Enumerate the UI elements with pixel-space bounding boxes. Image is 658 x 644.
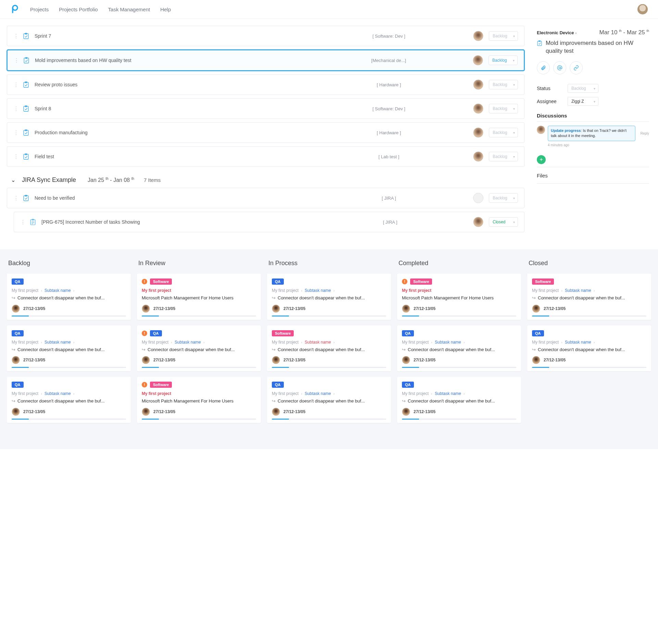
kanban-card[interactable]: SoftwareMy first project › Subtask name … xyxy=(527,274,651,320)
link-button[interactable] xyxy=(570,61,583,74)
task-row[interactable]: ⋮Sprint 8[ Software: Dev ]Backlog▾ xyxy=(7,98,524,119)
task-check-icon xyxy=(537,39,542,47)
card-date-range: 27/12-13/05 xyxy=(23,409,45,414)
nav-task-management[interactable]: Task Management xyxy=(108,7,150,12)
assignee-avatar[interactable] xyxy=(473,55,483,65)
assignee-avatar[interactable] xyxy=(473,217,483,227)
assignee-select[interactable]: Ziggi Z▾ xyxy=(568,97,598,106)
card-assignee-avatar xyxy=(12,305,20,313)
assignee-avatar[interactable] xyxy=(473,103,483,114)
status-select[interactable]: Backlog▾ xyxy=(489,193,518,203)
svg-rect-7 xyxy=(24,196,28,201)
assignee-avatar[interactable] xyxy=(473,31,483,41)
nav-help[interactable]: Help xyxy=(160,7,171,12)
status-select[interactable]: Backlog▾ xyxy=(489,55,518,65)
card-tag: Software xyxy=(532,278,554,285)
task-row[interactable]: ⋮Need to be verified[ JIRA ]Backlog▾ xyxy=(7,188,524,208)
card-title: ↪Connector doesn't disappear when the bu… xyxy=(142,347,256,353)
reply-button[interactable]: Reply xyxy=(640,132,649,135)
chevron-down-icon: ▾ xyxy=(513,155,515,159)
status-select[interactable]: Closed▾ xyxy=(489,217,518,227)
card-progress-bar xyxy=(272,315,386,317)
status-select[interactable]: Backlog▾ xyxy=(489,80,518,89)
breadcrumb[interactable]: Electronic Device› xyxy=(537,30,577,35)
kanban-card[interactable]: !SoftwareMy first projectMicrosoft Patch… xyxy=(137,377,261,423)
kanban-card[interactable]: QAMy first project › Subtask name ›↪Conn… xyxy=(7,325,131,372)
kanban-card[interactable]: QAMy first project › Subtask name ›↪Conn… xyxy=(7,377,131,423)
add-comment-button[interactable]: + xyxy=(537,155,546,164)
subtask-arrow-icon: ↪ xyxy=(12,295,15,301)
attachment-button[interactable] xyxy=(537,61,550,74)
card-breadcrumb: My first project › Subtask name › xyxy=(402,340,516,345)
kanban-card[interactable]: !QAMy first project › Subtask name ›↪Con… xyxy=(137,325,261,372)
card-date-range: 27/12-13/05 xyxy=(153,409,175,414)
chevron-right-icon: › xyxy=(333,340,334,344)
drag-handle-icon[interactable]: ⋮ xyxy=(14,57,18,64)
drag-handle-icon[interactable]: ⋮ xyxy=(13,33,17,39)
status-select[interactable]: Backlog▾ xyxy=(489,128,518,137)
assignee-avatar[interactable] xyxy=(473,79,483,90)
kanban-card[interactable]: !SoftwareMy first projectMicrosoft Patch… xyxy=(137,274,261,320)
status-select[interactable]: Backlog▾ xyxy=(568,84,598,93)
task-row[interactable]: ⋮Mold improvements based on HW quality t… xyxy=(7,50,524,71)
task-row[interactable]: ⋮Production manufactuing[ Hardware ]Back… xyxy=(7,122,524,143)
kanban-card[interactable]: QAMy first project › Subtask name ›↪Conn… xyxy=(267,274,391,320)
drag-handle-icon[interactable]: ⋮ xyxy=(13,129,17,136)
assignee-avatar[interactable] xyxy=(473,151,483,162)
drag-handle-icon[interactable]: ⋮ xyxy=(13,153,17,160)
task-row[interactable]: ⋮[PRG-675] Incorrect Number of tasks Sho… xyxy=(14,212,524,232)
status-select[interactable]: Backlog▾ xyxy=(489,152,518,161)
kanban-card[interactable]: QAMy first project › Subtask name ›↪Conn… xyxy=(267,377,391,423)
card-assignee-avatar xyxy=(272,356,280,364)
chevron-right-icon: › xyxy=(333,392,334,396)
task-row[interactable]: ⋮Sprint 7[ Software: Dev ]Backlog▾ xyxy=(7,26,524,46)
chevron-right-icon: › xyxy=(41,289,42,293)
card-breadcrumb: My first project xyxy=(402,288,516,293)
user-avatar[interactable] xyxy=(637,4,648,14)
card-breadcrumb: My first project › Subtask name › xyxy=(272,391,386,396)
card-date-range: 27/12-13/05 xyxy=(283,306,305,311)
kanban-card[interactable]: QAMy first project › Subtask name ›↪Conn… xyxy=(527,325,651,372)
kanban-card[interactable]: !SoftwareMy first projectMicrosoft Patch… xyxy=(397,274,521,320)
kanban-card[interactable]: SoftwareMy first project › Subtask name … xyxy=(267,325,391,372)
chevron-down-icon: ▾ xyxy=(513,131,515,135)
jira-doc-icon xyxy=(30,218,36,226)
card-tag: QA xyxy=(150,330,162,336)
card-title: ↪Connector doesn't disappear when the bu… xyxy=(532,295,646,301)
card-progress-bar xyxy=(402,315,516,317)
svg-rect-3 xyxy=(24,82,28,87)
app-logo[interactable] xyxy=(10,4,20,14)
drag-handle-icon[interactable]: ⋮ xyxy=(13,106,17,112)
card-assignee-avatar xyxy=(402,305,410,313)
card-breadcrumb: My first project › Subtask name › xyxy=(402,391,516,396)
drag-handle-icon[interactable]: ⋮ xyxy=(20,219,24,225)
kanban-column: BacklogQAMy first project › Subtask name… xyxy=(7,260,131,429)
nav-projects-portfolio[interactable]: Projects Portfolio xyxy=(59,7,98,12)
drag-handle-icon[interactable]: ⋮ xyxy=(13,195,17,201)
kanban-column-title: Backlog xyxy=(7,260,131,267)
assignee-avatar[interactable] xyxy=(473,193,483,203)
card-progress-bar xyxy=(142,315,256,317)
kanban-card[interactable]: QAMy first project › Subtask name ›↪Conn… xyxy=(7,274,131,320)
task-category: [ Software: Dev ] xyxy=(310,106,468,111)
kanban-column: In ProcessQAMy first project › Subtask n… xyxy=(267,260,391,429)
card-title: ↪Connector doesn't disappear when the bu… xyxy=(402,398,516,404)
task-title: Field test xyxy=(35,154,305,159)
assignee-avatar[interactable] xyxy=(473,127,483,138)
task-row[interactable]: ⋮Review proto issues[ Hardware ]Backlog▾ xyxy=(7,74,524,95)
card-title: ↪Connector doesn't disappear when the bu… xyxy=(12,295,126,301)
kanban-card[interactable]: QAMy first project › Subtask name ›↪Conn… xyxy=(397,325,521,372)
task-row[interactable]: ⋮Field test[ Lab test ]Backlog▾ xyxy=(7,146,524,167)
card-progress-bar xyxy=(12,367,126,368)
nav-projects[interactable]: Projects xyxy=(30,7,49,12)
task-title: Review proto issues xyxy=(35,82,305,87)
kanban-card[interactable]: QAMy first project › Subtask name ›↪Conn… xyxy=(397,377,521,423)
card-title: ↪Connector doesn't disappear when the bu… xyxy=(12,347,126,353)
status-select[interactable]: Backlog▾ xyxy=(489,104,518,113)
status-select[interactable]: Backlog▾ xyxy=(489,31,518,41)
chevron-down-icon[interactable]: ⌄ xyxy=(11,177,17,183)
card-title: Microsoft Patch Management For Home User… xyxy=(402,295,516,301)
mention-button[interactable] xyxy=(553,61,566,74)
card-tag: QA xyxy=(272,278,284,285)
drag-handle-icon[interactable]: ⋮ xyxy=(13,82,17,88)
